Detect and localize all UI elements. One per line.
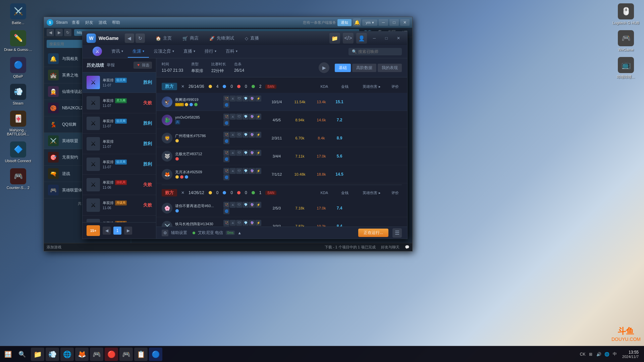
lose-player-1-name[interactable]: 请你不要再迷恋哥#60... [175, 203, 214, 208]
steam-nav-help[interactable]: 帮助 [112, 20, 120, 25]
wegame-code-button[interactable]: </> [343, 33, 354, 44]
tab-advanced[interactable]: 高阶数据 [352, 64, 376, 72]
subnav-career[interactable]: 生涯 ▾ [128, 46, 149, 58]
menu-icon[interactable]: ☰ [392, 228, 402, 238]
counter-icon-desktop[interactable]: 🎮 Counter-S... 2 [1, 166, 35, 192]
ubisoft-icon-img: 🔷 [10, 141, 26, 158]
taskbar-app-firefox[interactable]: 🦊 [75, 348, 89, 361]
steam-icon-desktop[interactable]: 💨 Steam [1, 82, 35, 107]
match-list-sub[interactable]: 举报 [107, 62, 115, 68]
wegame-maximize-button[interactable]: □ [382, 34, 391, 42]
wegame-icon-desktop[interactable]: 🎮 WeGame [609, 28, 643, 54]
taskbar-app-blue[interactable]: 🔵 [149, 348, 162, 361]
taskbar-clock[interactable]: 13:55 2024/11/7 [621, 350, 640, 359]
logitech-icon-desktop[interactable]: 🖱️ Logitech G HUB [609, 1, 643, 27]
sidebar-qq-label: QQ炫舞 [62, 122, 76, 127]
wegame-nav-pioneer[interactable]: 🚀 先锋测试 [205, 33, 239, 43]
steam-nav-games[interactable]: 游戏 [99, 20, 107, 25]
taskbar-app-note[interactable]: 📋 [134, 348, 148, 361]
qbep-icon-desktop[interactable]: 🔵 QBeP [1, 55, 35, 80]
steam-back-button[interactable]: ◀ [47, 29, 54, 36]
match-item-4[interactable]: ⚔ 单双排 11-07 胜利 [83, 134, 156, 154]
steam-chat-text[interactable]: 好友与聊天 [381, 245, 399, 250]
subnav-live[interactable]: 直播 ▾ [179, 46, 200, 58]
wegame-folder-button[interactable]: 📁 [329, 33, 340, 44]
start-button[interactable]: 🪟 [0, 346, 16, 362]
subnav-tft[interactable]: 云顶之弈 ▾ [149, 46, 179, 58]
systray-network[interactable]: 🌐 [603, 351, 610, 358]
player-1-name[interactable]: 夜阑道#99019 [175, 97, 199, 102]
running-button[interactable]: 正在运行... [358, 229, 388, 237]
match-item-1[interactable]: ⚔ 单双排 征庄局 11-07 胜利 [83, 72, 156, 93]
wegame-close-button[interactable]: ✕ [394, 34, 403, 42]
match-item-2[interactable]: ⚔ 单双排 尽力局 11-07 失败 [83, 93, 156, 113]
wegame-nav-live[interactable]: ◇ 直播 [240, 33, 264, 43]
steam-nav-friends[interactable]: 好友 [85, 20, 93, 25]
bottom-center: 艾欧尼亚 电信 0ms ▲ [193, 230, 241, 236]
subnav-news[interactable]: 资讯 ▾ [107, 46, 128, 58]
wegame-refresh-button[interactable]: ↻ [136, 34, 145, 43]
wegame-back-button[interactable]: ◀ [125, 34, 134, 43]
steam-close-button[interactable]: ✕ [400, 19, 410, 26]
systray-volume[interactable]: 🔊 [595, 351, 602, 358]
match-item-5[interactable]: ⚔ 单双排 征庄局 11-07 胜利 [83, 154, 156, 175]
match-item-3[interactable]: ⚔ 单双排 征庄局 11-07 胜利 [83, 113, 156, 134]
steam-refresh-button[interactable]: ↻ [64, 29, 71, 36]
match-item-8[interactable]: ⚔ 单双排 用谋局 11-0x [83, 216, 156, 222]
wegame-nav-store[interactable]: 🛒 商店 [178, 33, 203, 43]
mahjong-icon-desktop[interactable]: 🀄 Mahjong... BATTLEGR... [1, 109, 35, 138]
wegame-nav-home[interactable]: 🏠 主页 [151, 33, 176, 43]
battle-icon-desktop[interactable]: ⚔️ Battle... [1, 1, 35, 27]
taskbar-app-red[interactable]: 🔴 [105, 348, 118, 361]
steam-user-label: ym [366, 20, 371, 24]
steam-maximize-button[interactable]: □ [389, 19, 399, 26]
bottom-settings-text[interactable]: 辅助设置 [171, 230, 187, 236]
systray-grid[interactable]: ⊞ [587, 351, 594, 358]
player-2-name[interactable]: ymOvO#58285 [175, 115, 200, 119]
player-5-name[interactable]: 充月冰冰#92509 [175, 170, 202, 175]
next-page-button[interactable]: ▶ [124, 227, 132, 235]
tab-performance[interactable]: 我的表现 [378, 64, 402, 72]
steam-user-button[interactable]: ym ▾ [362, 19, 377, 26]
steam-nav-view[interactable]: 查看 [72, 20, 80, 25]
draw-icon-img: ✏️ [10, 30, 26, 46]
player-4-name[interactable]: 北极光芒#83712 [175, 152, 202, 157]
tab-basic[interactable]: 基础 [335, 64, 351, 72]
player-3-name[interactable]: 广州塔矮长#75786 [175, 133, 206, 138]
subnav-rank[interactable]: 排行 ▾ [200, 46, 221, 58]
replay-button[interactable]: ▶ [319, 62, 329, 73]
prev-page-button[interactable]: ◀ [103, 227, 111, 235]
chevron-up-icon[interactable]: ▲ [237, 231, 241, 235]
taskbar-app-explorer[interactable]: 📁 [31, 348, 44, 361]
battle-icon-label: Battle... [12, 21, 24, 25]
taskbar-search-icon[interactable]: 🔍 [16, 348, 28, 360]
match-date-7: 11-06 [103, 206, 141, 210]
lose-player-2-name[interactable]: 铁马长枪挡阵影#13430 [175, 222, 213, 227]
wegame-minimize-button[interactable]: ─ [370, 34, 379, 42]
bili-icon-desktop[interactable]: 📺 哔哩哔哩... [609, 55, 643, 81]
match-item-7[interactable]: ⚔ 单双排 用谋局 11-06 失败 [83, 195, 156, 216]
steam-chat-icon[interactable]: 💬 [405, 245, 410, 249]
steam-add-game-text[interactable]: 添加游戏 [47, 245, 61, 250]
steam-bell-icon[interactable]: 🔔 [353, 18, 361, 26]
match-date-3: 11-07 [103, 124, 141, 128]
steam-notif-button[interactable]: 通知 [337, 19, 352, 26]
taskbar-app-browser[interactable]: 🌐 [60, 348, 74, 361]
match-result-7: 失败 [143, 202, 152, 208]
steam-forward-button[interactable]: ▶ [55, 29, 63, 36]
settings-icon[interactable]: ⚙ [162, 230, 168, 236]
taskbar-app-game2[interactable]: 🎮 [119, 348, 133, 361]
taskbar-app-steam[interactable]: 💨 [46, 348, 59, 361]
taskbar-app-game1[interactable]: 🎮 [90, 348, 103, 361]
subnav-wiki[interactable]: 百科 ▾ [221, 46, 242, 58]
match-item-6[interactable]: ⚔ 单双排 挂机局 11-06 失败 [83, 175, 156, 195]
ubisoft-icon-desktop[interactable]: 🔷 Ubisoft Connect [1, 139, 35, 165]
kill-icon [223, 85, 226, 88]
steam-minimize-button[interactable]: ─ [379, 19, 388, 26]
filter-button[interactable]: 🔻 筛选 [133, 62, 152, 69]
wegame-avatar-button[interactable]: 👤 [356, 33, 367, 44]
systray-ck[interactable]: CK [579, 351, 586, 358]
systray-lang[interactable]: 中 [611, 351, 618, 358]
summoner-search-input[interactable] [358, 49, 398, 54]
draw-icon-desktop[interactable]: ✏️ Draw & Guess-... [1, 28, 35, 54]
